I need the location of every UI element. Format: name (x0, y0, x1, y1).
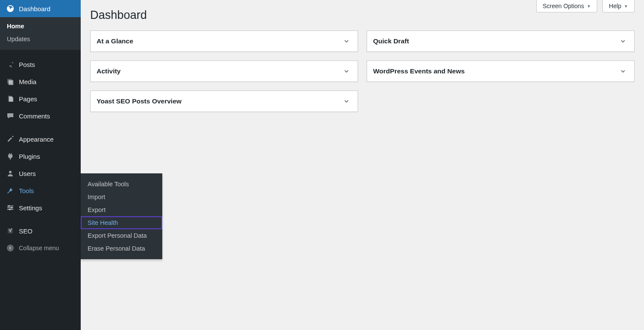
svg-point-0 (9, 171, 12, 173)
sidebar-item-label: Pages (19, 95, 37, 103)
chevron-down-icon: ▼ (624, 4, 628, 9)
svg-point-5 (11, 207, 12, 209)
dashboard-icon (5, 4, 15, 13)
sidebar-item-pages[interactable]: Pages (0, 90, 81, 107)
dashboard-submenu-home[interactable]: Home (0, 20, 81, 33)
chevron-down-icon[interactable] (618, 66, 628, 76)
sidebar-item-label: Comments (19, 112, 50, 120)
pages-icon (5, 94, 15, 103)
widget-title: WordPress Events and News (373, 67, 465, 75)
help-button[interactable]: Help ▼ (602, 0, 635, 12)
tools-submenu-available-tools[interactable]: Available Tools (81, 178, 162, 191)
media-icon (5, 77, 15, 86)
widget-title: Activity (97, 67, 121, 75)
menu-separator (0, 216, 81, 222)
menu-separator (0, 124, 81, 130)
widget-at-a-glance: At a Glance (90, 30, 358, 52)
sidebar-item-comments[interactable]: Comments (0, 107, 81, 124)
collapse-label: Collapse menu (19, 245, 59, 251)
sidebar-item-label: Appearance (19, 136, 54, 143)
collapse-menu-button[interactable]: Collapse menu (0, 239, 81, 257)
widget-header[interactable]: Activity (91, 61, 358, 82)
menu-separator (0, 50, 81, 56)
widget-activity: Activity (90, 61, 358, 82)
widget-title: At a Glance (97, 37, 133, 45)
widget-header[interactable]: Quick Draft (367, 31, 634, 51)
dashboard-widgets-col-right: Quick Draft WordPress Events and News (367, 30, 635, 82)
sidebar-item-tools[interactable]: Tools Available Tools Import Export Site… (0, 182, 81, 199)
sidebar-item-label: Settings (19, 204, 42, 212)
widget-title: Yoast SEO Posts Overview (97, 97, 182, 105)
sidebar-item-users[interactable]: Users (0, 165, 81, 182)
comments-icon (5, 112, 15, 120)
svg-point-4 (8, 205, 10, 207)
sidebar-item-label: Dashboard (19, 5, 50, 12)
widget-header[interactable]: At a Glance (91, 31, 358, 51)
dashboard-widgets: At a Glance Activity Yoast SEO Posts Ove… (90, 30, 635, 112)
widget-events-news: WordPress Events and News (367, 61, 635, 82)
pin-icon (5, 60, 15, 69)
tools-submenu-flyout: Available Tools Import Export Site Healt… (81, 173, 162, 259)
plugins-icon (5, 152, 15, 160)
yoast-icon (5, 227, 15, 235)
tools-submenu-export-personal-data[interactable]: Export Personal Data (81, 229, 162, 242)
sidebar-item-label: Tools (19, 187, 34, 194)
widget-header[interactable]: Yoast SEO Posts Overview (91, 91, 358, 112)
dashboard-widgets-col-left: At a Glance Activity Yoast SEO Posts Ove… (90, 30, 358, 112)
admin-sidebar: Dashboard Home Updates Posts Media Pages… (0, 0, 81, 330)
help-label: Help (609, 3, 621, 9)
screen-meta-tabs: Screen Options ▼ Help ▼ (536, 0, 635, 12)
widget-quick-draft: Quick Draft (367, 30, 635, 52)
sidebar-item-media[interactable]: Media (0, 73, 81, 90)
screen-options-label: Screen Options (543, 3, 584, 9)
settings-icon (5, 203, 15, 212)
chevron-down-icon[interactable] (341, 36, 352, 46)
tools-submenu-erase-personal-data[interactable]: Erase Personal Data (81, 242, 162, 255)
screen-options-button[interactable]: Screen Options ▼ (536, 0, 597, 12)
svg-point-6 (9, 209, 11, 210)
sidebar-item-seo[interactable]: SEO (0, 222, 81, 239)
widget-title: Quick Draft (373, 37, 409, 45)
tools-icon (5, 186, 15, 195)
sidebar-item-appearance[interactable]: Appearance (0, 130, 81, 148)
widget-header[interactable]: WordPress Events and News (367, 61, 634, 82)
sidebar-item-dashboard[interactable]: Dashboard (0, 0, 81, 17)
sidebar-item-settings[interactable]: Settings (0, 199, 81, 216)
sidebar-item-label: Posts (19, 61, 35, 68)
tools-submenu-export[interactable]: Export (81, 203, 162, 216)
sidebar-item-plugins[interactable]: Plugins (0, 148, 81, 165)
dashboard-submenu-updates[interactable]: Updates (0, 33, 81, 45)
tools-submenu-site-health[interactable]: Site Health (81, 216, 162, 229)
sidebar-item-label: Media (19, 78, 36, 85)
chevron-down-icon[interactable] (618, 36, 628, 46)
users-icon (5, 169, 15, 178)
sidebar-item-label: Users (19, 170, 36, 177)
sidebar-item-posts[interactable]: Posts (0, 56, 81, 73)
appearance-icon (5, 135, 15, 143)
content-area: Screen Options ▼ Help ▼ Dashboard At a G… (81, 0, 644, 330)
sidebar-item-label: SEO (19, 227, 33, 235)
chevron-down-icon: ▼ (586, 4, 591, 9)
chevron-down-icon[interactable] (341, 66, 352, 76)
chevron-down-icon[interactable] (341, 96, 352, 106)
sidebar-item-label: Plugins (19, 153, 40, 160)
widget-yoast-posts-overview: Yoast SEO Posts Overview (90, 91, 358, 112)
collapse-icon (5, 244, 15, 252)
tools-submenu-import[interactable]: Import (81, 191, 162, 203)
dashboard-submenu: Home Updates (0, 17, 81, 50)
